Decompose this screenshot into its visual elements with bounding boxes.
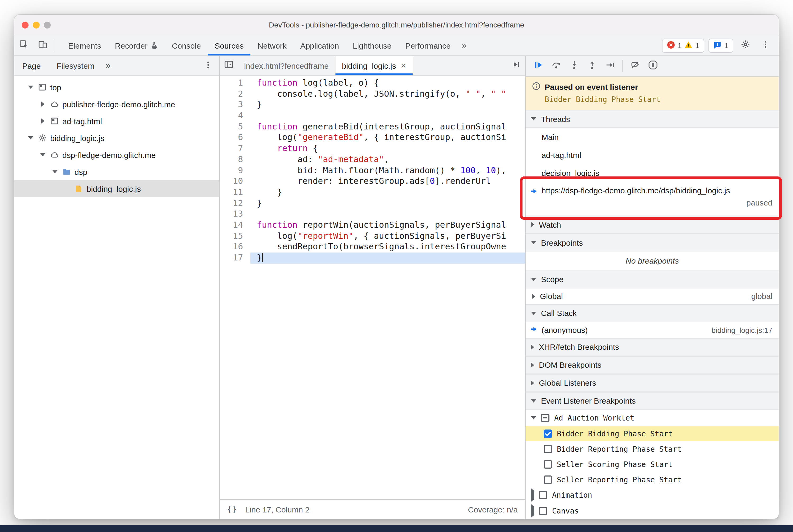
threads-section-header[interactable]: Threads bbox=[526, 110, 779, 128]
code-line[interactable]: 12} bbox=[220, 198, 525, 209]
line-number[interactable]: 3 bbox=[220, 100, 250, 110]
tree-item-top[interactable]: top bbox=[14, 79, 219, 96]
line-number[interactable]: 2 bbox=[220, 89, 250, 99]
issues-pill[interactable]: 1 bbox=[709, 38, 733, 53]
tree-item-bidding-logic-js[interactable]: bidding_logic.js bbox=[14, 129, 219, 146]
step-out-button[interactable] bbox=[584, 58, 601, 75]
code-line[interactable]: 4 bbox=[220, 110, 525, 121]
tab-console[interactable]: Console bbox=[165, 35, 208, 55]
canvas-checkbox[interactable] bbox=[539, 507, 547, 515]
editor-overflow-button[interactable] bbox=[507, 56, 525, 75]
line-number[interactable]: 12 bbox=[220, 198, 250, 209]
line-number[interactable]: 1 bbox=[220, 78, 250, 89]
toggle-navigator-button[interactable] bbox=[220, 56, 238, 75]
step-over-button[interactable] bbox=[548, 58, 565, 75]
tab-lighthouse[interactable]: Lighthouse bbox=[346, 35, 398, 55]
settings-button[interactable] bbox=[738, 38, 753, 53]
line-number[interactable]: 9 bbox=[220, 165, 250, 176]
line-number[interactable]: 15 bbox=[220, 231, 250, 242]
seller-scoring-phase-start-checkbox[interactable] bbox=[544, 460, 552, 468]
tab-application[interactable]: Application bbox=[294, 35, 346, 55]
xhr-breakpoints-section-header[interactable]: XHR/fetch Breakpoints bbox=[526, 338, 779, 356]
line-number[interactable]: 4 bbox=[220, 110, 250, 121]
elb-event-seller-scoring-phase-start[interactable]: Seller Scoring Phase Start bbox=[526, 456, 779, 472]
global-listeners-section-header[interactable]: Global Listeners bbox=[526, 374, 779, 392]
code-line[interactable]: 13 bbox=[220, 209, 525, 220]
line-number[interactable]: 8 bbox=[220, 154, 250, 165]
code-line[interactable]: 14function reportWin(auctionSignals, per… bbox=[220, 220, 525, 231]
breakpoints-section-header[interactable]: Breakpoints bbox=[526, 233, 779, 251]
code-line[interactable]: 17} bbox=[220, 252, 525, 263]
elb-event-seller-reporting-phase-start[interactable]: Seller Reporting Phase Start bbox=[526, 472, 779, 487]
call-stack-section-header[interactable]: Call Stack bbox=[526, 304, 779, 322]
tree-item-dsp-fledge-demo-glitch-me[interactable]: dsp-fledge-demo.glitch.me bbox=[14, 146, 219, 163]
tree-item-ad-tag-html[interactable]: ad-tag.html bbox=[14, 113, 219, 129]
tab-performance[interactable]: Performance bbox=[398, 35, 457, 55]
code-line[interactable]: 11 } bbox=[220, 187, 525, 198]
errors-warnings-pill[interactable]: 1 1 bbox=[662, 38, 704, 53]
line-number[interactable]: 5 bbox=[220, 121, 250, 132]
elb-group-canvas[interactable]: Canvas bbox=[526, 503, 779, 519]
tab-sources[interactable]: Sources bbox=[208, 35, 251, 55]
scope-section-header[interactable]: Scope bbox=[526, 270, 779, 288]
code-line[interactable]: 9 bid: Math.floor(Math.random() * 100, 1… bbox=[220, 165, 525, 176]
resume-button[interactable] bbox=[530, 58, 547, 75]
event-listener-breakpoints-section-header[interactable]: Event Listener Breakpoints bbox=[526, 392, 779, 410]
elb-event-bidder-reporting-phase-start[interactable]: Bidder Reporting Phase Start bbox=[526, 441, 779, 456]
code-line[interactable]: 8 ad: "ad-metadata", bbox=[220, 154, 525, 165]
more-options-button[interactable] bbox=[758, 38, 773, 53]
call-stack-frame[interactable]: (anonymous) bidding_logic.js:17 bbox=[526, 322, 779, 338]
device-toolbar-button[interactable] bbox=[33, 35, 52, 55]
editor-tab-bidding-logic-js[interactable]: bidding_logic.js× bbox=[336, 56, 413, 75]
line-number[interactable]: 14 bbox=[220, 220, 250, 231]
tab-recorder[interactable]: Recorder bbox=[108, 35, 165, 55]
code-line[interactable]: 1function log(label, o) { bbox=[220, 78, 525, 89]
tree-item-bidding-logic-js[interactable]: bidding_logic.js bbox=[14, 180, 219, 197]
step-button[interactable] bbox=[602, 58, 619, 75]
code-editor[interactable]: 1function log(label, o) {2 console.log(l… bbox=[220, 76, 525, 499]
elb-group-animation[interactable]: Animation bbox=[526, 487, 779, 503]
zoom-window-button[interactable] bbox=[44, 21, 51, 28]
close-window-button[interactable] bbox=[22, 21, 29, 28]
scope-global-row[interactable]: Global global bbox=[526, 288, 779, 304]
step-into-button[interactable] bbox=[566, 58, 583, 75]
more-navigator-tabs-button[interactable]: » bbox=[102, 60, 114, 71]
seller-reporting-phase-start-checkbox[interactable] bbox=[544, 475, 552, 484]
bidder-bidding-phase-start-checkbox[interactable] bbox=[544, 429, 552, 438]
tree-item-dsp[interactable]: dsp bbox=[14, 163, 219, 180]
elb-event-bidder-bidding-phase-start[interactable]: Bidder Bidding Phase Start bbox=[526, 426, 779, 441]
bidder-reporting-phase-start-checkbox[interactable] bbox=[544, 444, 552, 453]
code-line[interactable]: 6 log("generateBid", { interestGroup, au… bbox=[220, 132, 525, 143]
tree-item-publisher-fledge-demo-glitch-me[interactable]: publisher-fledge-demo.glitch.me bbox=[14, 96, 219, 113]
tab-filesystem[interactable]: Filesystem bbox=[49, 56, 102, 75]
navigator-menu-button[interactable] bbox=[200, 58, 219, 73]
close-tab-icon[interactable]: × bbox=[401, 61, 406, 70]
code-line[interactable]: 3} bbox=[220, 100, 525, 110]
minimize-window-button[interactable] bbox=[33, 21, 40, 28]
tab-elements[interactable]: Elements bbox=[61, 35, 108, 55]
pretty-print-button[interactable]: {} bbox=[227, 505, 237, 514]
thread-row-ad-tag-html[interactable]: ad-tag.html bbox=[526, 146, 779, 164]
elb-group-ad-auction-worklet[interactable]: Ad Auction Worklet bbox=[526, 410, 779, 426]
ad-auction-worklet-checkbox[interactable] bbox=[541, 414, 549, 422]
animation-checkbox[interactable] bbox=[539, 491, 547, 499]
inspect-element-button[interactable] bbox=[14, 35, 33, 55]
code-line[interactable]: 15 log("reportWin", { auctionSignals, pe… bbox=[220, 231, 525, 242]
line-number[interactable]: 17 bbox=[220, 252, 250, 263]
watch-section-header[interactable]: Watch bbox=[526, 215, 779, 233]
code-line[interactable]: 2 console.log(label, JSON.stringify(o, "… bbox=[220, 89, 525, 99]
tab-network[interactable]: Network bbox=[251, 35, 294, 55]
dom-breakpoints-section-header[interactable]: DOM Breakpoints bbox=[526, 356, 779, 374]
deactivate-breakpoints-button[interactable] bbox=[627, 58, 643, 75]
code-line[interactable]: 10 render: interestGroup.ads[0].renderUr… bbox=[220, 176, 525, 187]
line-number[interactable]: 10 bbox=[220, 176, 250, 187]
tab-page[interactable]: Page bbox=[14, 56, 49, 75]
line-number[interactable]: 6 bbox=[220, 132, 250, 143]
more-panels-button[interactable]: » bbox=[457, 35, 471, 55]
line-number[interactable]: 7 bbox=[220, 143, 250, 154]
code-line[interactable]: 16 sendReportTo(browserSignals.interestG… bbox=[220, 242, 525, 252]
thread-row-active[interactable]: https://dsp-fledge-demo.glitch.me/dsp/bi… bbox=[526, 182, 779, 215]
thread-row-main[interactable]: Main bbox=[526, 128, 779, 146]
line-number[interactable]: 11 bbox=[220, 187, 250, 198]
editor-tab-index-html-fencedframe[interactable]: index.html?fencedframe bbox=[238, 56, 336, 75]
